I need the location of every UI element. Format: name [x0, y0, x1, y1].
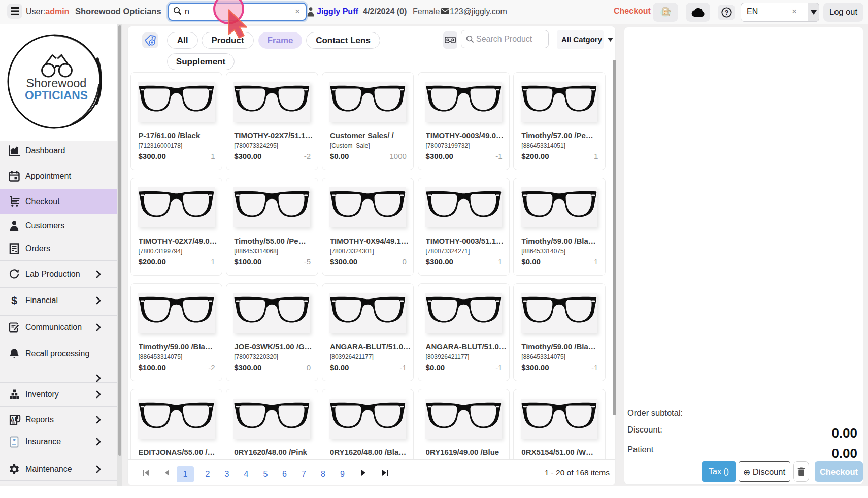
svg-text:A: A — [11, 417, 14, 422]
svg-text:OPTICIANS: OPTICIANS — [25, 88, 88, 102]
svg-text:?: ? — [725, 9, 729, 16]
svg-text:$: $ — [11, 295, 17, 306]
